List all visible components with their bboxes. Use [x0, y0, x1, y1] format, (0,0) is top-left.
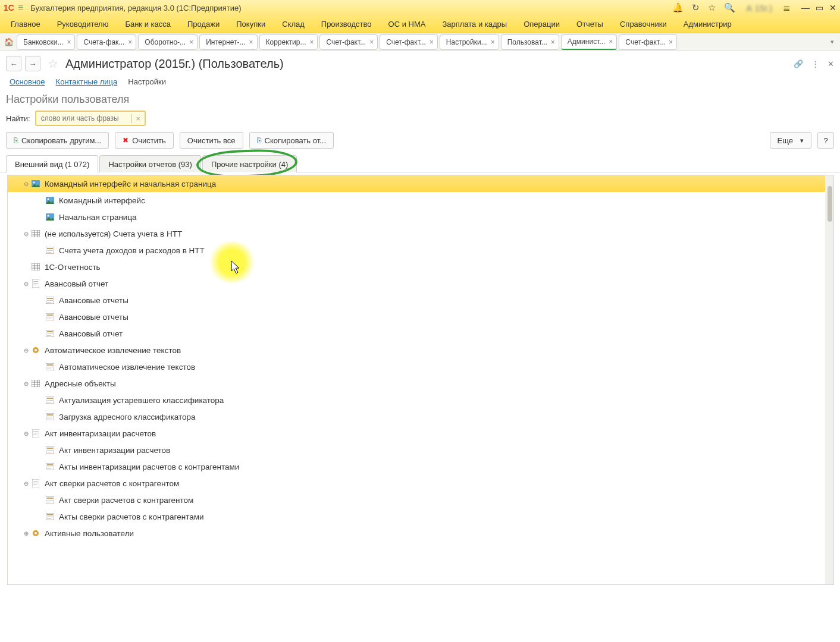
- app-tab[interactable]: Корректир...×: [259, 34, 318, 50]
- tree-group[interactable]: ⊖Автоматическое извлечение текстов: [8, 342, 833, 358]
- search-icon[interactable]: 🔍: [724, 2, 735, 13]
- expand-icon[interactable]: ⊖: [22, 347, 30, 354]
- menu-item[interactable]: Производство: [313, 16, 380, 32]
- tree-item[interactable]: Акт инвентаризации расчетов: [8, 442, 833, 458]
- tree-group[interactable]: ⊖Авансовый отчет: [8, 275, 833, 292]
- expand-icon[interactable]: ⊖: [22, 480, 30, 487]
- tree-item[interactable]: Авансовый отчет: [8, 325, 833, 342]
- history-icon[interactable]: ↻: [692, 2, 700, 13]
- scrollbar[interactable]: [825, 175, 833, 584]
- star-icon[interactable]: ☆: [708, 2, 716, 13]
- app-tab[interactable]: Интернет-...×: [199, 34, 257, 50]
- copy-from-button[interactable]: ⎘Скопировать от...: [249, 132, 334, 149]
- close-icon[interactable]: ×: [609, 37, 613, 46]
- expand-icon[interactable]: ⊕: [22, 530, 30, 537]
- menu-item[interactable]: Склад: [274, 16, 313, 32]
- menu-item[interactable]: Операции: [515, 16, 568, 32]
- tree-group[interactable]: ⊖Командный интерфейс и начальная страниц…: [8, 175, 833, 192]
- close-icon[interactable]: ×: [67, 38, 71, 46]
- tree-item[interactable]: Авансовые отчеты: [8, 309, 833, 325]
- menu-item[interactable]: Продажи: [179, 16, 228, 32]
- home-button[interactable]: 🏠: [2, 36, 15, 49]
- close-icon[interactable]: ×: [128, 38, 132, 46]
- app-tab[interactable]: Банковски...×: [17, 34, 75, 50]
- close-icon[interactable]: ×: [430, 38, 434, 46]
- forward-button[interactable]: →: [25, 56, 40, 71]
- expand-icon[interactable]: ⊖: [22, 181, 30, 187]
- tab-report-settings[interactable]: Настройки отчетов (93): [99, 155, 201, 172]
- menu-item[interactable]: Зарплата и кадры: [434, 16, 515, 32]
- close-icon[interactable]: ×: [669, 38, 673, 46]
- menu-item[interactable]: Справочники: [612, 16, 675, 32]
- scrollbar-thumb[interactable]: [828, 186, 832, 222]
- tree-item[interactable]: Акты сверки расчетов с контрагентами: [8, 508, 833, 525]
- menu-item[interactable]: Руководителю: [49, 16, 117, 32]
- subnav-main[interactable]: Основное: [10, 77, 45, 86]
- close-icon[interactable]: ×: [189, 38, 193, 46]
- tree-item[interactable]: Акт сверки расчетов с контрагентом: [8, 492, 833, 508]
- tree-group[interactable]: ⊖Адресные объекты: [8, 375, 833, 392]
- tree-item[interactable]: Командный интерфейс: [8, 192, 833, 209]
- close-icon[interactable]: ×: [551, 38, 555, 46]
- tree-item[interactable]: Актуализация устаревшего классификатора: [8, 392, 833, 408]
- copy-to-others-button[interactable]: ⎘Скопировать другим...: [6, 132, 109, 149]
- close-icon[interactable]: ×: [369, 38, 374, 46]
- kebab-icon[interactable]: ⋮: [811, 59, 819, 68]
- menu-item[interactable]: Отчеты: [568, 16, 612, 32]
- menu-item[interactable]: ОС и НМА: [380, 16, 434, 32]
- close-icon[interactable]: ×: [249, 38, 253, 46]
- expand-icon[interactable]: ⊖: [22, 231, 30, 237]
- expand-icon[interactable]: ⊖: [22, 281, 30, 287]
- link-icon[interactable]: 🔗: [794, 59, 803, 68]
- expand-icon[interactable]: ⊖: [22, 430, 30, 437]
- clear-button[interactable]: ✖Очистить: [115, 132, 174, 149]
- app-tab[interactable]: Счета-фак...×: [77, 34, 136, 50]
- more-button[interactable]: Еще▾: [770, 132, 811, 149]
- tree-item[interactable]: Акты инвентаризации расчетов с контраген…: [8, 458, 833, 475]
- hamburger-icon[interactable]: ≡: [18, 2, 23, 13]
- tab-appearance[interactable]: Внешний вид (1 072): [6, 155, 98, 172]
- minimize-button[interactable]: —: [801, 3, 810, 12]
- tree-group[interactable]: 1С-Отчетность: [8, 259, 833, 275]
- tabs-overflow-icon[interactable]: ▾: [827, 38, 838, 46]
- clear-all-button[interactable]: Очистить все: [180, 132, 243, 149]
- tree-group[interactable]: ⊖Акт инвентаризации расчетов: [8, 425, 833, 442]
- menu-item[interactable]: Главное: [2, 16, 49, 32]
- tree-group[interactable]: ⊕Активные пользователи: [8, 525, 833, 542]
- subnav-contacts[interactable]: Контактные лица: [56, 77, 118, 86]
- tree-item[interactable]: Загрузка адресного классификатора: [8, 408, 833, 425]
- app-tab[interactable]: Оборотно-...×: [138, 34, 198, 50]
- close-icon[interactable]: ×: [309, 38, 314, 46]
- menu-lines-icon[interactable]: ≣: [783, 2, 791, 13]
- find-input[interactable]: [36, 114, 131, 122]
- bell-icon[interactable]: 🔔: [672, 2, 684, 13]
- tree-item[interactable]: Начальная страница: [8, 209, 833, 225]
- maximize-button[interactable]: ▭: [816, 3, 823, 12]
- tree-group[interactable]: ⊖Акт сверки расчетов с контрагентом: [8, 475, 833, 492]
- app-tab[interactable]: Счет-факт...×: [319, 34, 378, 50]
- favorite-star-icon[interactable]: ☆: [48, 56, 58, 71]
- tree-item[interactable]: Автоматическое извлечение текстов: [8, 358, 833, 375]
- find-clear-icon[interactable]: ×: [131, 114, 145, 123]
- app-tab-label: Админист...: [568, 37, 605, 46]
- close-button[interactable]: ✕: [829, 3, 836, 12]
- menu-item[interactable]: Банк и касса: [117, 16, 179, 32]
- menu-item[interactable]: Администрир: [675, 16, 740, 32]
- back-button[interactable]: ←: [6, 56, 21, 71]
- app-tab[interactable]: Настройки...×: [440, 34, 499, 50]
- tree-item[interactable]: Авансовые отчеты: [8, 292, 833, 309]
- app-tab[interactable]: Пользоват...×: [501, 34, 559, 50]
- close-page-icon[interactable]: ✕: [828, 59, 834, 68]
- app-tab[interactable]: Счет-факт...×: [619, 34, 677, 50]
- menu-item[interactable]: Покупки: [228, 16, 274, 32]
- app-tab-label: Корректир...: [266, 38, 306, 46]
- tree-item[interactable]: Счета учета доходов и расходов в НТТ: [8, 242, 833, 259]
- expand-icon[interactable]: ⊖: [22, 380, 30, 387]
- close-icon[interactable]: ×: [491, 38, 495, 46]
- help-button[interactable]: ?: [817, 132, 834, 149]
- app-tab[interactable]: Счет-факт...×: [380, 34, 438, 50]
- tree-group[interactable]: ⊖(не используется) Счета учета в НТТ: [8, 225, 833, 242]
- tab-other-settings[interactable]: Прочие настройки (4): [202, 155, 297, 172]
- svg-point-3: [48, 199, 49, 200]
- app-tab[interactable]: Админист...×: [561, 34, 617, 50]
